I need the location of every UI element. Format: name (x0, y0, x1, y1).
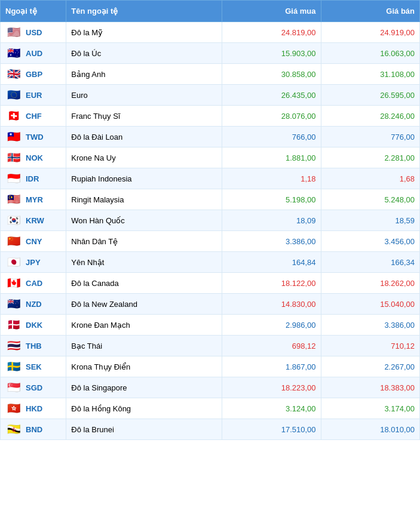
table-row: 🇹🇭 THB Bạc Thái 698,12 710,12 (1, 336, 420, 356)
sell-price: 18.262,00 (321, 273, 419, 294)
currency-cell: 🇦🇺 AUD (1, 43, 66, 64)
buy-price: 766,00 (222, 127, 321, 147)
currency-code: NOK (26, 153, 43, 162)
currency-cell: 🇨🇳 CNY (1, 231, 66, 252)
header-buy: Giá mua (222, 1, 321, 22)
table-row: 🇸🇬 SGD Đô la Singapore 18.223,00 18.383,… (1, 377, 420, 398)
flag-icon: 🇰🇷 (5, 214, 22, 226)
sell-price: 2.267,00 (321, 356, 419, 377)
buy-price: 14.830,00 (222, 294, 321, 315)
table-row: 🇨🇭 CHF Franc Thụy Sĩ 28.076,00 28.246,00 (1, 106, 420, 127)
sell-price: 18.010,00 (321, 419, 419, 440)
currency-cell: 🇧🇳 BND (1, 419, 66, 440)
table-row: 🇳🇿 NZD Đô la New Zealand 14.830,00 15.04… (1, 294, 420, 315)
table-row: 🇹🇼 TWD Đô la Đài Loan 766,00 776,00 (1, 127, 420, 147)
currency-cell: 🇩🇰 DKK (1, 315, 66, 336)
currency-code: KRW (26, 216, 44, 225)
sell-price: 3.174,00 (321, 398, 419, 419)
currency-cell: 🇨🇦 CAD (1, 273, 66, 294)
currency-cell: 🇸🇪 SEK (1, 356, 66, 377)
flag-icon: 🇬🇧 (5, 68, 22, 80)
flag-icon: 🇸🇬 (5, 382, 22, 393)
currency-name: Nhân Dân Tệ (66, 231, 222, 252)
flag-icon: 🇨🇭 (5, 110, 22, 122)
table-row: 🇬🇧 GBP Bảng Anh 30.858,00 31.108,00 (1, 64, 420, 85)
sell-price: 776,00 (321, 127, 419, 147)
table-row: 🇭🇰 HKD Đô la Hồng Kông 3.124,00 3.174,00 (1, 398, 420, 419)
sell-price: 3.386,00 (321, 315, 419, 336)
currency-code: CHF (26, 112, 42, 121)
table-row: 🇨🇳 CNY Nhân Dân Tệ 3.386,00 3.456,00 (1, 231, 420, 252)
currency-cell: 🇲🇾 MYR (1, 189, 66, 210)
table-row: 🇪🇺 EUR Euro 26.435,00 26.595,00 (1, 85, 420, 106)
sell-price: 1,68 (321, 168, 419, 189)
table-row: 🇰🇷 KRW Won Hàn Quốc 18,09 18,59 (1, 210, 420, 231)
table-row: 🇮🇩 IDR Rupiah Indonesia 1,18 1,68 (1, 168, 420, 189)
buy-price: 18,09 (222, 210, 321, 231)
buy-price: 5.198,00 (222, 189, 321, 210)
currency-name: Euro (66, 85, 222, 106)
currency-code: BND (26, 425, 42, 434)
currency-code: SEK (26, 362, 42, 371)
currency-name: Won Hàn Quốc (66, 210, 222, 231)
currency-name: Bạc Thái (66, 336, 222, 356)
currency-name: Đô la Canada (66, 273, 222, 294)
currency-cell: 🇬🇧 GBP (1, 64, 66, 85)
currency-name: Franc Thụy Sĩ (66, 106, 222, 127)
sell-price: 166,34 (321, 252, 419, 273)
currency-name: Krone Na Uy (66, 147, 222, 168)
table-row: 🇦🇺 AUD Đô la Úc 15.903,00 16.063,00 (1, 43, 420, 64)
buy-price: 3.386,00 (222, 231, 321, 252)
currency-name: Đô la Hồng Kông (66, 398, 222, 419)
sell-price: 16.063,00 (321, 43, 419, 64)
currency-code: EUR (26, 91, 42, 100)
header-name: Tên ngoại tệ (66, 1, 222, 22)
sell-price: 24.919,00 (321, 22, 419, 43)
flag-icon: 🇩🇰 (5, 319, 22, 331)
currency-name: Đô la Singapore (66, 377, 222, 398)
flag-icon: 🇪🇺 (5, 89, 22, 101)
currency-code: CNY (26, 237, 42, 246)
table-row: 🇯🇵 JPY Yên Nhật 164,84 166,34 (1, 252, 420, 273)
currency-name: Đô la Brunei (66, 419, 222, 440)
currency-name: Đô la Úc (66, 43, 222, 64)
currency-cell: 🇹🇼 TWD (1, 127, 66, 147)
sell-price: 5.248,00 (321, 189, 419, 210)
sell-price: 31.108,00 (321, 64, 419, 85)
flag-icon: 🇨🇦 (5, 277, 22, 289)
currency-cell: 🇨🇭 CHF (1, 106, 66, 127)
currency-code: AUD (26, 49, 42, 58)
sell-price: 2.281,00 (321, 147, 419, 168)
sell-price: 18,59 (321, 210, 419, 231)
buy-price: 164,84 (222, 252, 321, 273)
currency-cell: 🇳🇿 NZD (1, 294, 66, 315)
flag-icon: 🇭🇰 (5, 402, 22, 414)
buy-price: 18.122,00 (222, 273, 321, 294)
buy-price: 1.881,00 (222, 147, 321, 168)
flag-icon: 🇧🇳 (5, 423, 22, 435)
currency-name: Ringit Malaysia (66, 189, 222, 210)
flag-icon: 🇹🇼 (5, 131, 22, 143)
table-row: 🇲🇾 MYR Ringit Malaysia 5.198,00 5.248,00 (1, 189, 420, 210)
buy-price: 28.076,00 (222, 106, 321, 127)
flag-icon: 🇳🇴 (5, 152, 22, 164)
flag-icon: 🇯🇵 (5, 256, 22, 268)
table-row: 🇨🇦 CAD Đô la Canada 18.122,00 18.262,00 (1, 273, 420, 294)
currency-code: MYR (26, 195, 43, 204)
header-currency: Ngoại tệ (1, 1, 66, 22)
buy-price: 26.435,00 (222, 85, 321, 106)
currency-name: Krone Đan Mạch (66, 315, 222, 336)
buy-price: 24.819,00 (222, 22, 321, 43)
flag-icon: 🇮🇩 (5, 173, 22, 184)
table-row: 🇸🇪 SEK Krona Thụy Điển 1.867,00 2.267,00 (1, 356, 420, 377)
flag-icon: 🇨🇳 (5, 235, 22, 247)
currency-code: JPY (26, 258, 41, 267)
buy-price: 30.858,00 (222, 64, 321, 85)
currency-code: SGD (26, 383, 42, 392)
buy-price: 15.903,00 (222, 43, 321, 64)
sell-price: 28.246,00 (321, 106, 419, 127)
flag-icon: 🇸🇪 (5, 361, 22, 373)
currency-code: HKD (26, 404, 42, 413)
currency-cell: 🇰🇷 KRW (1, 210, 66, 231)
currency-code: NZD (26, 300, 42, 309)
